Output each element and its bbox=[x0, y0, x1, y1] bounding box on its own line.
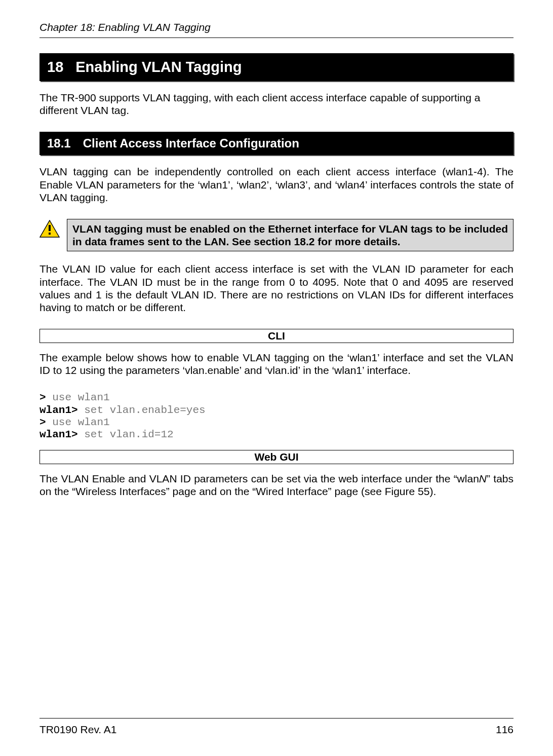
note-box: VLAN tagging must be enabled on the Ethe… bbox=[40, 219, 514, 251]
cli-command: use wlan1 bbox=[52, 417, 109, 428]
chapter-heading: 18Enabling VLAN Tagging bbox=[40, 53, 514, 81]
cli-command: set vlan.enable=yes bbox=[84, 404, 205, 416]
cli-prompt: wlan1> bbox=[40, 404, 84, 416]
chapter-number: 18 bbox=[47, 59, 63, 75]
page-header: Chapter 18: Enabling VLAN Tagging bbox=[40, 21, 514, 33]
cli-heading: CLI bbox=[40, 329, 514, 343]
cli-command: set vlan.id=12 bbox=[84, 429, 173, 440]
section-body-1: VLAN tagging can be independently contro… bbox=[40, 165, 514, 204]
note-text: VLAN tagging must be enabled on the Ethe… bbox=[67, 219, 514, 251]
page-footer: TR0190 Rev. A1 116 bbox=[40, 718, 514, 736]
cli-prompt: > bbox=[40, 392, 52, 403]
chapter-title: Enabling VLAN Tagging bbox=[75, 59, 242, 75]
cli-prompt: > bbox=[40, 417, 52, 428]
cli-block: > use wlan1 wlan1> set vlan.enable=yes >… bbox=[40, 392, 514, 441]
svg-rect-2 bbox=[49, 233, 51, 235]
page-number: 116 bbox=[496, 724, 514, 736]
webgui-body: The VLAN Enable and VLAN ID parameters c… bbox=[40, 472, 514, 498]
footer-left: TR0190 Rev. A1 bbox=[40, 724, 117, 736]
webgui-heading: Web GUI bbox=[40, 450, 514, 464]
warning-icon bbox=[40, 220, 60, 238]
cli-command: use wlan1 bbox=[52, 392, 109, 403]
webgui-body-n: N bbox=[479, 473, 487, 484]
section-title: Client Access Interface Configuration bbox=[83, 136, 299, 150]
cli-prompt: wlan1> bbox=[40, 429, 84, 440]
section-number: 18.1 bbox=[47, 136, 71, 150]
header-divider bbox=[40, 37, 514, 38]
webgui-body-pre: The VLAN Enable and VLAN ID parameters c… bbox=[40, 473, 479, 484]
svg-rect-1 bbox=[49, 225, 51, 231]
section-body-2: The VLAN ID value for each client access… bbox=[40, 262, 514, 314]
section-heading: 18.1Client Access Interface Configuratio… bbox=[40, 132, 514, 155]
cli-intro: The example below shows how to enable VL… bbox=[40, 351, 514, 376]
intro-text: The TR-900 supports VLAN tagging, with e… bbox=[40, 91, 514, 117]
footer-divider bbox=[40, 718, 514, 719]
